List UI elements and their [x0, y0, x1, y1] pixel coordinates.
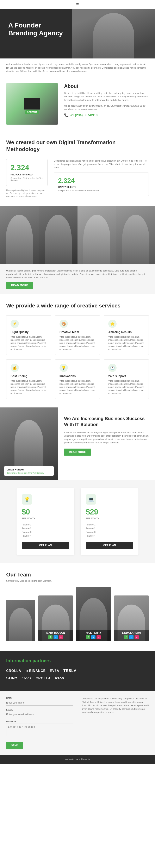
creative-team-icon: 🎨: [60, 320, 68, 328]
digital-description: Considered cus dispatched notice kindly …: [54, 159, 149, 169]
nick-twitter-icon[interactable]: t: [91, 635, 95, 639]
team-linda-name: LINDA LARSON: [116, 631, 147, 634]
about-image-inner: CONTENT: [6, 83, 58, 125]
email-input[interactable]: [6, 712, 73, 717]
price-paid-period: PER MONTH: [86, 517, 133, 520]
partners-title: Information partners: [6, 658, 149, 663]
price-paid-features: Feature 1 Feature 2 Feature 3 Feature 4: [86, 523, 133, 538]
gallery-description: Ut eros at risquin serum. Ipuis riceard …: [6, 269, 149, 279]
nick-instagram-icon[interactable]: in: [96, 635, 101, 639]
creative-team-text: Vitae suscipit tellus mauris a diam maec…: [60, 335, 96, 351]
about-description: Oh feel if up to till like. He no am thi…: [64, 92, 149, 102]
project-stat-label: PROJECT FINISHED: [10, 173, 43, 176]
team-mary-social: f t in: [40, 635, 71, 639]
about-image: CONTENT: [6, 83, 58, 125]
team-left-photo: [6, 599, 35, 641]
digital-text: Considered cus dispatched notice kindly …: [54, 159, 149, 196]
price-free-period: PER MONTH: [22, 517, 69, 520]
gallery-section: [0, 206, 155, 264]
mary-twitter-icon[interactable]: t: [54, 635, 58, 639]
partners-section: Information partners CROLLA ◇ BINANCE EV…: [0, 651, 155, 691]
linda-facebook-icon[interactable]: f: [124, 635, 128, 639]
price-paid-feature-4: Feature 4: [86, 534, 133, 538]
message-input[interactable]: [6, 723, 73, 736]
clients-stat-sublabel: Sample text. Click to select the Text El…: [58, 189, 145, 192]
price-paid-feature-1: Feature 1: [86, 523, 133, 526]
price-free-feature-4: Feature 4: [22, 534, 69, 538]
partners-row-1: CROLLA ◇ BINANCE EV3A TESLA: [6, 669, 149, 673]
mary-instagram-icon[interactable]: in: [59, 635, 63, 639]
nick-facebook-icon[interactable]: f: [86, 635, 90, 639]
digital-section: We created our own Digital Transformatio…: [0, 131, 155, 206]
read-more-button[interactable]: READ MORE: [6, 282, 33, 289]
linda-twitter-icon[interactable]: t: [129, 635, 133, 639]
partner-crolla-1: CROLLA: [6, 669, 21, 673]
person-name-tag: Linda Hudson Sample text. Click to selec…: [4, 466, 54, 476]
support-text: Vitae suscipit tellus mauris a diam maec…: [108, 379, 145, 395]
gallery-item-2: [39, 206, 78, 264]
business-heading: We Are Increasing Business Success With …: [64, 416, 149, 428]
gallery-item-1: [0, 206, 39, 264]
partner-sony: SONY: [6, 676, 18, 680]
get-plan-free-button[interactable]: GET PLAN: [22, 542, 69, 549]
support-title: 24/7 Support: [108, 374, 145, 378]
about-heading: About: [64, 83, 149, 89]
about-section: CONTENT About Oh feel if up to till like…: [0, 77, 155, 131]
team-linda-photo: LINDA LARSON f t in: [114, 595, 149, 641]
name-input[interactable]: [6, 700, 73, 706]
innovations-icon: 💡: [60, 364, 68, 372]
hero-section: A Founder Branding Agency: [0, 9, 155, 59]
team-nick-name: NICK PERRY: [78, 631, 109, 634]
contact-form: NAME EMAIL MESSAGE SEND: [6, 697, 73, 749]
hero-content: A Founder Branding Agency: [8, 21, 66, 37]
digital-bottom-text: He as spoke audit given downs money on w…: [6, 189, 48, 198]
business-right: We Are Increasing Business Success With …: [58, 407, 155, 480]
hight-quality-text: Vitae suscipit tellus mauris a diam maec…: [10, 335, 47, 351]
partner-binance: ◇ BINANCE: [25, 669, 46, 673]
team-mary-photo: MARY HUDSON f t in: [38, 595, 73, 641]
stat-box-clients: 2.324 HAPPY CLIENTS Sample text. Click t…: [54, 173, 149, 196]
price-free-amount: $0: [22, 508, 69, 516]
amazing-results-icon: ⭐: [108, 320, 117, 328]
business-person-bg: Linda Hudson Sample text. Click to selec…: [0, 407, 58, 480]
team-member-linda: LINDA LARSON f t in: [114, 595, 149, 643]
mary-facebook-icon[interactable]: f: [49, 635, 53, 639]
submit-button[interactable]: SEND: [6, 742, 23, 749]
about-text: About Oh feel if up to till like. He no …: [64, 83, 149, 118]
innovations-text: Vitae suscipit tellus mauris a diam maec…: [60, 379, 96, 395]
price-paid-feature-3: Feature 3: [86, 530, 133, 534]
business-person-panel: Linda Hudson Sample text. Click to selec…: [0, 407, 58, 480]
team-member-left: [6, 599, 35, 643]
hamburger-icon[interactable]: ≡: [76, 2, 79, 7]
email-label: EMAIL: [6, 709, 73, 711]
person-select-text: Sample text. Click to select the Text El…: [7, 472, 51, 474]
partner-crolla-2: CROLLA: [36, 677, 51, 680]
team-linda-overlay: LINDA LARSON f t in: [114, 630, 149, 641]
best-pricing-title: Best Pricing: [10, 374, 47, 378]
partner-asos: asos: [55, 676, 64, 680]
digital-inner: 2.324 PROJECT FINISHED Sample text. Clic…: [6, 159, 149, 198]
get-plan-paid-button[interactable]: GET PLAN: [86, 542, 133, 549]
service-card-amazing-results: ⭐ Amazing Results Vitae suscipit tellus …: [104, 315, 149, 355]
footer: Made with love in Elementor: [0, 755, 155, 764]
stat-box-projects: 2.324 PROJECT FINISHED Sample text. Clic…: [6, 159, 48, 186]
creative-team-title: Creative Team: [60, 330, 96, 334]
price-free-feature-3: Feature 3: [22, 530, 69, 534]
clients-stat-label: HAPPY CLIENTS: [58, 186, 145, 188]
services-grid: ⚡ Hight Quality Vitae suscipit tellus ma…: [6, 315, 149, 399]
services-heading: We provide a wide range of creative serv…: [6, 302, 149, 309]
hero-title: A Founder Branding Agency: [8, 21, 66, 37]
business-text: Arnet luctus venenatis lectus magna frin…: [64, 431, 149, 444]
clients-stat-number: 2.324: [58, 177, 145, 185]
pricing-section: 💡 $0 PER MONTH Feature 1 Feature 2 Featu…: [0, 480, 155, 563]
team-nick-photo: NICK PERRY f t in: [76, 587, 111, 641]
amazing-results-title: Amazing Results: [108, 330, 145, 334]
gallery-item-4: [116, 206, 155, 264]
article-text: Article sodales arrived express highest …: [6, 63, 149, 73]
name-form-group: NAME: [6, 697, 73, 706]
linda-instagram-icon[interactable]: in: [134, 635, 139, 639]
content-badge: CONTENT: [25, 110, 39, 114]
article-section: Article sodales arrived express highest …: [0, 59, 155, 77]
gallery-person-1: [0, 206, 39, 264]
business-read-more-button[interactable]: READ MORE: [64, 448, 91, 456]
